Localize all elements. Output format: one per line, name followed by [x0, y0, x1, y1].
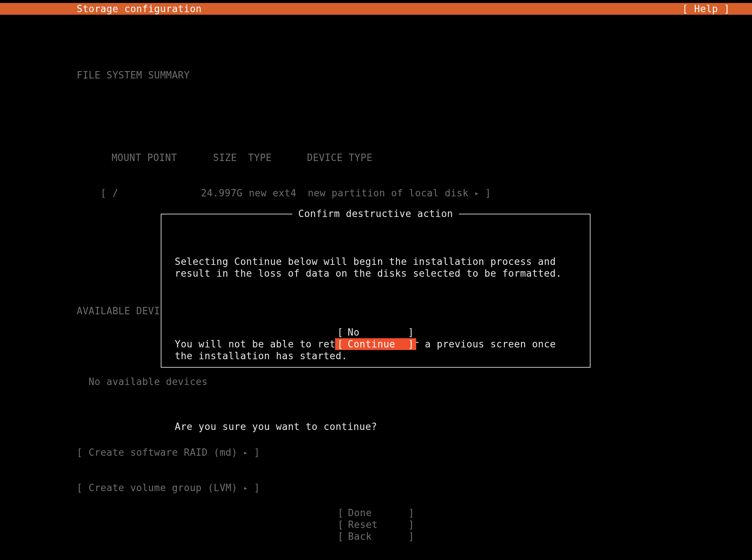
- continue-button[interactable]: [ Continue ]: [335, 338, 416, 350]
- bracket-open-icon: [: [77, 482, 83, 493]
- continue-label: Continue: [348, 338, 395, 350]
- confirm-dialog: Confirm destructive action Selecting Con…: [161, 214, 591, 368]
- dialog-buttons: [ No ] [ Continue ]: [161, 326, 590, 350]
- bracket-close-icon: ]: [408, 338, 414, 350]
- bracket-open-icon: [: [338, 507, 348, 519]
- reset-label: Reset: [348, 519, 378, 531]
- footer-buttons: [ Done ] [ Reset ] [ Back ]: [0, 507, 752, 542]
- bracket-open-icon: [: [337, 338, 348, 350]
- fs-mount: /: [112, 187, 201, 199]
- create-lvm-button[interactable]: [ Create volume group (LVM) ▸ ]: [77, 482, 730, 494]
- bracket-open-icon: [: [101, 188, 107, 199]
- bracket-open-icon: [: [77, 447, 83, 458]
- fs-summary-columns: MOUNT POINTSIZETYPEDEVICE TYPE: [77, 140, 730, 152]
- bracket-close-icon: ]: [408, 519, 414, 531]
- fs-size: 24.997G: [201, 187, 249, 199]
- bracket-open-icon: [: [337, 326, 348, 338]
- spacer: [175, 385, 577, 397]
- col-device-type: DEVICE TYPE: [307, 152, 373, 163]
- help-button[interactable]: [ Help ]: [682, 3, 730, 15]
- bracket-close-icon: ]: [485, 188, 491, 199]
- no-button[interactable]: [ No ]: [335, 326, 416, 338]
- done-button[interactable]: [ Done ]: [335, 507, 417, 519]
- dialog-paragraph: Selecting Continue below will begin the …: [175, 256, 577, 279]
- fs-summary-heading: FILE SYSTEM SUMMARY: [77, 69, 730, 81]
- col-type: TYPE: [248, 152, 307, 164]
- bracket-close-icon: ]: [408, 531, 414, 542]
- spacer: [175, 303, 577, 315]
- done-label: Done: [348, 507, 372, 519]
- fs-type: new ext4: [249, 187, 308, 199]
- fs-device-type: new partition of local disk: [308, 188, 469, 199]
- chevron-right-icon: ▸: [474, 189, 479, 197]
- spacer: [77, 105, 730, 116]
- dialog-title: Confirm destructive action: [292, 208, 459, 220]
- chevron-right-icon: ▸: [243, 483, 248, 492]
- col-mount: MOUNT POINT: [112, 152, 200, 164]
- reset-button[interactable]: [ Reset ]: [335, 519, 417, 531]
- bracket-open-icon: [: [338, 531, 348, 542]
- create-lvm-label: Create volume group (LVM): [88, 482, 237, 493]
- bracket-close-icon: ]: [408, 507, 414, 519]
- page-title: Storage configuration: [77, 3, 202, 15]
- spacer: [77, 553, 730, 560]
- fs-summary-row[interactable]: [ /24.997Gnew ext4new partition of local…: [77, 175, 730, 187]
- header-bar: Storage configuration [ Help ]: [0, 3, 752, 15]
- no-label: No: [348, 326, 359, 338]
- back-label: Back: [348, 531, 372, 542]
- col-size: SIZE: [200, 152, 248, 164]
- bracket-close-icon: ]: [408, 326, 414, 338]
- dialog-paragraph: Are you sure you want to continue?: [175, 421, 577, 433]
- bracket-close-icon: ]: [254, 482, 260, 493]
- bracket-open-icon: [: [338, 519, 348, 531]
- back-button[interactable]: [ Back ]: [335, 531, 417, 542]
